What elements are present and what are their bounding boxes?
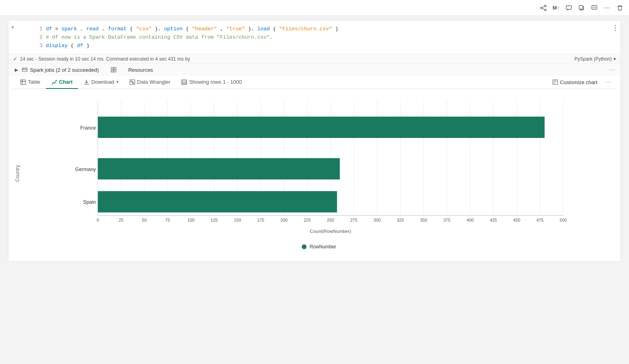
spark-jobs-more-btn[interactable]: ··· [609, 66, 616, 73]
svg-line-3 [542, 6, 544, 8]
svg-line-4 [542, 8, 544, 9]
rows-icon [181, 79, 187, 85]
model-icon[interactable]: M↑ [552, 4, 560, 12]
tab-data-wrangler-label: Data Wrangler [137, 79, 171, 85]
svg-rect-19 [114, 70, 116, 72]
data-wrangler-icon [130, 79, 135, 85]
bar-germany [98, 158, 340, 180]
svg-text:200: 200 [281, 218, 288, 223]
tab-download-label: Download [91, 79, 114, 85]
download-chevron: ▾ [116, 80, 118, 84]
svg-text:500: 500 [560, 218, 567, 223]
svg-point-0 [544, 5, 546, 7]
code-text-3: display ( df ) [46, 42, 89, 50]
tab-table[interactable]: Table [15, 76, 46, 89]
more-icon[interactable]: ··· [603, 4, 611, 12]
svg-rect-18 [111, 70, 113, 72]
svg-text:Spain: Spain [83, 200, 96, 205]
resources-label: Resources [128, 67, 153, 73]
code-text-1: df = spark . read . format ( "csv" ). op… [46, 25, 338, 33]
svg-text:350: 350 [420, 218, 427, 223]
check-icon: ✓ [13, 56, 18, 62]
cell-header: ▼ 1 df = spark . read . format ( "csv" )… [8, 20, 621, 54]
expand-btn[interactable]: ▶ [13, 67, 20, 73]
comment-icon[interactable] [564, 4, 573, 12]
svg-point-2 [544, 9, 546, 11]
legend-row: RowNumber [22, 240, 616, 251]
status-text: 14 sec - Session ready in 10 sec 14 ms. … [20, 56, 190, 62]
svg-text:325: 325 [397, 218, 404, 223]
svg-point-9 [593, 7, 594, 8]
bar-spain [98, 191, 337, 213]
bar-france [98, 117, 544, 138]
line-number-2: 2 [36, 33, 43, 42]
svg-text:Germany: Germany [75, 167, 96, 172]
svg-text:50: 50 [142, 218, 147, 223]
spark-jobs-label: Spark jobs (2 of 2 succeeded) [30, 67, 99, 73]
svg-text:100: 100 [187, 218, 195, 223]
chart-area: Country [13, 89, 616, 255]
svg-text:400: 400 [467, 218, 474, 223]
customize-chart-btn[interactable]: Customize chart [549, 78, 601, 87]
legend-label: RowNumber [310, 244, 336, 250]
delete-icon[interactable] [615, 4, 624, 12]
tabs-right: Customize chart ··· [549, 78, 614, 87]
svg-point-23 [56, 80, 57, 81]
tabs-row: Table Chart Download ▾ Data Wrangler Sho… [13, 76, 616, 89]
code-line-1: 1 df = spark . read . format ( "csv" ). … [36, 25, 338, 33]
svg-text:France: France [80, 125, 96, 131]
tab-download[interactable]: Download ▾ [78, 76, 124, 89]
svg-point-1 [541, 7, 542, 9]
svg-point-28 [132, 82, 134, 83]
code-text-2: # df now is a Spark DataFrame containing… [46, 33, 273, 42]
svg-text:0: 0 [96, 218, 99, 223]
output-more-btn[interactable]: ··· [603, 78, 614, 87]
customize-icon [552, 79, 558, 85]
chat-icon[interactable] [590, 4, 599, 12]
pyspark-label[interactable]: PySpark (Python) ▾ [574, 56, 616, 62]
svg-text:375: 375 [443, 218, 450, 223]
top-bar: M↑ ··· [0, 0, 629, 16]
line-number-1: 1 [36, 25, 43, 33]
resources-icon [111, 67, 116, 73]
share-icon[interactable] [539, 4, 548, 12]
svg-text:300: 300 [373, 218, 381, 223]
svg-rect-12 [22, 68, 27, 71]
svg-point-27 [131, 81, 132, 82]
showing-rows-label: Showing rows 1 - 1000 [189, 79, 242, 85]
table-tab-icon [20, 79, 26, 85]
tab-showing-rows: Showing rows 1 - 1000 [176, 76, 247, 89]
svg-text:425: 425 [490, 218, 497, 223]
svg-point-11 [595, 7, 596, 8]
code-line-3: 3 display ( df ) [36, 42, 338, 50]
svg-text:250: 250 [327, 218, 334, 223]
svg-rect-7 [579, 6, 583, 9]
svg-text:125: 125 [210, 218, 218, 223]
svg-point-10 [594, 7, 595, 8]
spark-jobs-icon [22, 67, 28, 73]
svg-text:Count(RowNumber): Count(RowNumber) [310, 229, 351, 234]
download-tab-icon [84, 79, 89, 85]
code-line-2: 2 # df now is a Spark DataFrame containi… [36, 33, 338, 42]
bar-chart: France Germany Spain 0 [22, 95, 616, 239]
y-axis-label: Country [13, 95, 22, 251]
svg-rect-17 [114, 67, 116, 69]
duplicate-icon[interactable] [577, 4, 586, 12]
svg-text:275: 275 [350, 218, 358, 223]
svg-rect-5 [566, 6, 572, 9]
customize-chart-label: Customize chart [560, 79, 598, 85]
svg-text:150: 150 [234, 218, 241, 223]
status-left: ✓ 14 sec - Session ready in 10 sec 14 ms… [13, 56, 190, 62]
tab-table-label: Table [28, 79, 40, 85]
cell-collapse-btn[interactable]: ▼ [8, 24, 17, 31]
line-number-3: 3 [36, 42, 43, 50]
tab-chart[interactable]: Chart [46, 76, 78, 89]
pyspark-text: PySpark (Python) [574, 56, 612, 62]
svg-text:75: 75 [165, 218, 170, 223]
svg-rect-20 [21, 80, 26, 85]
pyspark-chevron: ▾ [613, 56, 616, 62]
tab-data-wrangler[interactable]: Data Wrangler [124, 76, 176, 89]
svg-text:225: 225 [304, 218, 311, 223]
notebook-cell: ▼ 1 df = spark . read . format ( "csv" )… [8, 20, 621, 262]
code-block: 1 df = spark . read . format ( "csv" ). … [17, 24, 342, 54]
